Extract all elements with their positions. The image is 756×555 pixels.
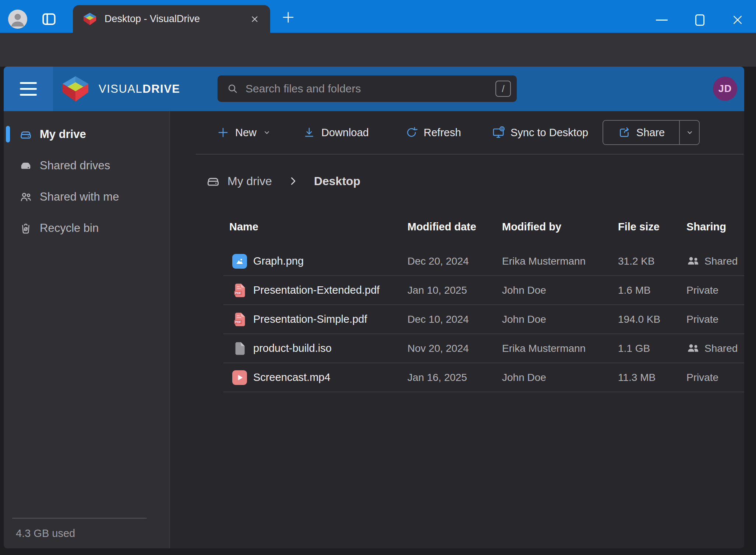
refresh-button[interactable]: Refresh	[405, 111, 461, 154]
new-tab-icon[interactable]	[279, 11, 297, 24]
shared-people-icon	[686, 342, 700, 355]
file-name: Presentation-Extended.pdf	[253, 284, 379, 296]
file-size: 31.2 KB	[618, 255, 686, 267]
people-icon	[19, 190, 33, 204]
active-indicator	[6, 126, 10, 142]
browser-navbar: https://visualdrive.example.com/d/a7QWi7…	[0, 33, 756, 67]
svg-text:PDF: PDF	[235, 291, 241, 294]
svg-text:PDF: PDF	[235, 320, 241, 324]
window-maximize-icon[interactable]	[688, 13, 711, 27]
chevron-right-icon	[287, 176, 298, 187]
column-header-file-size[interactable]: File size	[618, 221, 686, 233]
file-modified-by: John Doe	[502, 372, 618, 383]
file-name: Screencast.mp4	[253, 371, 331, 383]
sharing-label: Private	[686, 372, 718, 383]
browser-titlebar: Desktop - VisualDrive	[0, 0, 756, 33]
visualdrive-logo-icon	[60, 75, 91, 103]
file-size: 194.0 KB	[618, 314, 686, 325]
browser-profile-avatar[interactable]	[8, 10, 27, 29]
table-row[interactable]: PDF Presentation-Simple.pdf Dec 10, 2024…	[223, 305, 744, 334]
download-label: Download	[321, 127, 369, 139]
browser-tab[interactable]: Desktop - VisualDrive	[73, 5, 270, 33]
search-icon	[226, 82, 239, 95]
file-name: Presentation-Simple.pdf	[253, 313, 367, 325]
share-button[interactable]: Share	[603, 121, 679, 144]
file-modified-by: John Doe	[502, 284, 618, 296]
search-box[interactable]: /	[218, 75, 517, 102]
sidebar-item-shared-drives[interactable]: Shared drives	[4, 150, 169, 181]
tab-title: Desktop - VisualDrive	[105, 13, 247, 25]
file-name: product-build.iso	[253, 342, 332, 354]
share-split-button: Share	[603, 120, 700, 145]
shared-people-icon	[686, 255, 700, 268]
sidebar-nav: My drive Shared drives	[4, 119, 169, 244]
sharing-status: Shared	[686, 342, 744, 355]
tab-close-icon[interactable]	[247, 11, 263, 27]
file-modified-by: Erika Mustermann	[502, 255, 618, 267]
sidebar-item-label: Shared with me	[40, 190, 119, 204]
share-label: Share	[636, 127, 665, 139]
sharing-status: Private	[686, 314, 744, 325]
sidebar-item-recycle-bin[interactable]: Recycle bin	[4, 212, 169, 244]
storage-divider	[12, 518, 146, 519]
sidebar-item-my-drive[interactable]: My drive	[4, 119, 169, 150]
sharing-label: Shared	[704, 255, 738, 267]
sync-to-desktop-button[interactable]: Sync to Desktop	[492, 111, 588, 154]
file-name: Graph.png	[253, 255, 304, 267]
workspaces-icon[interactable]	[40, 11, 57, 28]
table-row[interactable]: product-build.iso Nov 20, 2024 Erika Mus…	[223, 334, 744, 363]
refresh-icon	[405, 126, 418, 139]
table-row[interactable]: Screencast.mp4 Jan 16, 2025 John Doe 11.…	[223, 363, 744, 392]
chevron-down-icon	[263, 128, 271, 137]
plus-icon	[216, 126, 230, 139]
download-icon	[303, 126, 316, 139]
generic-file-icon	[232, 341, 247, 356]
file-modified-date: Nov 20, 2024	[407, 343, 502, 354]
drive-icon	[205, 173, 221, 189]
column-header-modified-by[interactable]: Modified by	[502, 221, 618, 233]
image-file-icon	[232, 254, 247, 269]
hamburger-menu-icon[interactable]	[4, 67, 53, 111]
column-header-name[interactable]: Name	[223, 221, 407, 233]
download-button[interactable]: Download	[303, 111, 369, 154]
sidebar-item-label: Recycle bin	[40, 222, 99, 235]
person-icon	[8, 10, 27, 29]
search-shortcut-badge: /	[495, 81, 511, 97]
file-modified-date: Jan 16, 2025	[407, 372, 502, 383]
sidebar-item-label: My drive	[40, 128, 86, 141]
file-modified-by: Erika Mustermann	[502, 343, 618, 354]
file-modified-date: Dec 20, 2024	[407, 255, 502, 267]
column-header-sharing[interactable]: Sharing	[686, 221, 744, 233]
table-row[interactable]: PDF Presentation-Extended.pdf Jan 10, 20…	[223, 276, 744, 305]
sharing-status: Private	[686, 372, 744, 383]
sidebar-item-shared-with-me[interactable]: Shared with me	[4, 181, 169, 212]
window-minimize-icon[interactable]	[650, 13, 674, 27]
breadcrumb-current: Desktop	[314, 174, 360, 188]
file-table: Name Modified date Modified by File size…	[223, 206, 744, 392]
sidebar-item-label: Shared drives	[40, 159, 110, 172]
sharing-status: Private	[686, 284, 744, 296]
toolbar-divider	[196, 154, 743, 155]
table-row[interactable]: Graph.png Dec 20, 2024 Erika Mustermann …	[223, 247, 744, 276]
file-size: 1.6 MB	[618, 284, 686, 296]
breadcrumb: My drive Desktop	[205, 171, 360, 191]
user-avatar[interactable]: JD	[713, 77, 737, 101]
window-close-icon[interactable]	[726, 13, 749, 27]
file-size: 1.1 GB	[618, 343, 686, 354]
content-area: New Download Refresh	[171, 111, 744, 548]
app-header: VISUALDRIVE / JD	[4, 67, 744, 111]
breadcrumb-root[interactable]: My drive	[227, 174, 272, 188]
pdf-file-icon: PDF	[232, 283, 247, 298]
sharing-label: Shared	[704, 343, 738, 354]
column-header-modified-date[interactable]: Modified date	[407, 221, 502, 233]
video-file-icon	[232, 370, 247, 385]
share-icon	[618, 126, 631, 139]
sharing-label: Private	[686, 314, 718, 325]
sync-label: Sync to Desktop	[511, 127, 588, 139]
file-modified-date: Dec 10, 2024	[407, 314, 502, 325]
search-input[interactable]	[245, 82, 495, 95]
sharing-label: Private	[686, 284, 718, 296]
brand-bold: DRIVE	[142, 82, 180, 96]
share-dropdown-button[interactable]	[680, 121, 699, 144]
new-button[interactable]: New	[216, 111, 271, 154]
